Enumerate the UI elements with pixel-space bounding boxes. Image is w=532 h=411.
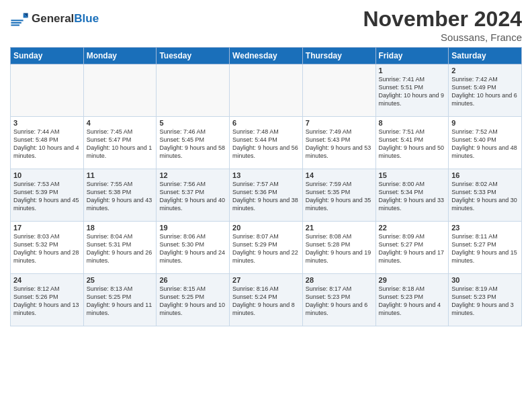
cell-0-0 bbox=[11, 64, 84, 117]
day-number: 5 bbox=[159, 119, 226, 127]
day-number: 9 bbox=[451, 119, 519, 127]
location: Soussans, France bbox=[363, 32, 522, 43]
week-row-1: 3Sunrise: 7:44 AM Sunset: 5:48 PM Daylig… bbox=[11, 117, 522, 169]
calendar-header-row: Sunday Monday Tuesday Wednesday Thursday… bbox=[11, 48, 522, 64]
cell-2-6: 16Sunrise: 8:02 AM Sunset: 5:33 PM Dayli… bbox=[449, 169, 522, 222]
day-number: 11 bbox=[87, 171, 154, 179]
cell-3-1: 18Sunrise: 8:04 AM Sunset: 5:31 PM Dayli… bbox=[83, 222, 157, 274]
logo-blue: Blue bbox=[74, 12, 99, 25]
day-info: Sunrise: 7:45 AM Sunset: 5:47 PM Dayligh… bbox=[87, 128, 154, 161]
day-number: 3 bbox=[13, 119, 81, 127]
day-number: 26 bbox=[159, 276, 226, 284]
day-number: 19 bbox=[159, 224, 226, 232]
header: GeneralBlue November 2024 Soussans, Fran… bbox=[10, 7, 522, 43]
week-row-0: 1Sunrise: 7:41 AM Sunset: 5:51 PM Daylig… bbox=[11, 64, 522, 117]
col-monday: Monday bbox=[83, 48, 157, 64]
day-number: 20 bbox=[232, 224, 300, 232]
day-number: 15 bbox=[379, 171, 446, 179]
cell-2-0: 10Sunrise: 7:53 AM Sunset: 5:39 PM Dayli… bbox=[11, 169, 84, 222]
day-info: Sunrise: 7:59 AM Sunset: 5:35 PM Dayligh… bbox=[306, 180, 373, 213]
day-info: Sunrise: 8:12 AM Sunset: 5:26 PM Dayligh… bbox=[13, 285, 81, 318]
svg-rect-5 bbox=[11, 24, 19, 26]
day-info: Sunrise: 7:46 AM Sunset: 5:45 PM Dayligh… bbox=[159, 128, 226, 161]
cell-2-5: 15Sunrise: 8:00 AM Sunset: 5:34 PM Dayli… bbox=[375, 169, 449, 222]
day-info: Sunrise: 8:03 AM Sunset: 5:32 PM Dayligh… bbox=[13, 232, 81, 265]
cell-1-6: 9Sunrise: 7:52 AM Sunset: 5:40 PM Daylig… bbox=[449, 117, 522, 169]
day-number: 8 bbox=[379, 119, 446, 127]
day-info: Sunrise: 7:42 AM Sunset: 5:49 PM Dayligh… bbox=[451, 75, 519, 108]
day-info: Sunrise: 8:17 AM Sunset: 5:23 PM Dayligh… bbox=[306, 285, 373, 318]
day-info: Sunrise: 7:56 AM Sunset: 5:37 PM Dayligh… bbox=[159, 180, 226, 213]
day-number: 7 bbox=[306, 119, 373, 127]
month-title: November 2024 bbox=[363, 7, 522, 32]
cell-4-5: 29Sunrise: 8:18 AM Sunset: 5:23 PM Dayli… bbox=[375, 274, 449, 326]
cell-4-3: 27Sunrise: 8:16 AM Sunset: 5:24 PM Dayli… bbox=[230, 274, 303, 326]
cell-0-5: 1Sunrise: 7:41 AM Sunset: 5:51 PM Daylig… bbox=[375, 64, 449, 117]
cell-3-3: 20Sunrise: 8:07 AM Sunset: 5:29 PM Dayli… bbox=[230, 222, 303, 274]
day-info: Sunrise: 8:02 AM Sunset: 5:33 PM Dayligh… bbox=[451, 180, 519, 213]
cell-0-2 bbox=[157, 64, 230, 117]
day-info: Sunrise: 7:57 AM Sunset: 5:36 PM Dayligh… bbox=[232, 180, 300, 213]
day-info: Sunrise: 7:52 AM Sunset: 5:40 PM Dayligh… bbox=[451, 128, 519, 161]
day-number: 23 bbox=[451, 224, 519, 232]
day-number: 16 bbox=[451, 171, 519, 179]
day-info: Sunrise: 8:00 AM Sunset: 5:34 PM Dayligh… bbox=[379, 180, 446, 213]
day-number: 21 bbox=[306, 224, 373, 232]
col-friday: Friday bbox=[375, 48, 449, 64]
col-saturday: Saturday bbox=[449, 48, 522, 64]
svg-rect-3 bbox=[11, 19, 23, 21]
cell-3-4: 21Sunrise: 8:08 AM Sunset: 5:28 PM Dayli… bbox=[302, 222, 375, 274]
day-number: 1 bbox=[379, 66, 446, 75]
day-info: Sunrise: 7:53 AM Sunset: 5:39 PM Dayligh… bbox=[13, 180, 81, 213]
logo-icon bbox=[10, 9, 29, 28]
day-number: 30 bbox=[451, 276, 519, 284]
cell-4-0: 24Sunrise: 8:12 AM Sunset: 5:26 PM Dayli… bbox=[11, 274, 84, 326]
svg-rect-4 bbox=[11, 22, 21, 24]
cell-1-0: 3Sunrise: 7:44 AM Sunset: 5:48 PM Daylig… bbox=[11, 117, 84, 169]
day-info: Sunrise: 8:09 AM Sunset: 5:27 PM Dayligh… bbox=[379, 232, 446, 265]
day-info: Sunrise: 8:19 AM Sunset: 5:23 PM Dayligh… bbox=[451, 285, 519, 318]
day-info: Sunrise: 8:04 AM Sunset: 5:31 PM Dayligh… bbox=[87, 232, 154, 265]
day-number: 24 bbox=[13, 276, 81, 284]
day-info: Sunrise: 7:55 AM Sunset: 5:38 PM Dayligh… bbox=[87, 180, 154, 213]
day-info: Sunrise: 8:13 AM Sunset: 5:25 PM Dayligh… bbox=[87, 285, 154, 318]
week-row-3: 17Sunrise: 8:03 AM Sunset: 5:32 PM Dayli… bbox=[11, 222, 522, 274]
day-number: 17 bbox=[13, 224, 81, 232]
day-info: Sunrise: 7:48 AM Sunset: 5:44 PM Dayligh… bbox=[232, 128, 300, 161]
day-number: 10 bbox=[13, 171, 81, 179]
day-info: Sunrise: 7:49 AM Sunset: 5:43 PM Dayligh… bbox=[306, 128, 373, 161]
cell-3-0: 17Sunrise: 8:03 AM Sunset: 5:32 PM Dayli… bbox=[11, 222, 84, 274]
page-container: GeneralBlue November 2024 Soussans, Fran… bbox=[0, 0, 532, 333]
calendar-table: Sunday Monday Tuesday Wednesday Thursday… bbox=[10, 47, 522, 326]
day-info: Sunrise: 8:07 AM Sunset: 5:29 PM Dayligh… bbox=[232, 232, 300, 265]
day-number: 14 bbox=[306, 171, 373, 179]
col-thursday: Thursday bbox=[302, 48, 375, 64]
cell-4-6: 30Sunrise: 8:19 AM Sunset: 5:23 PM Dayli… bbox=[449, 274, 522, 326]
cell-4-4: 28Sunrise: 8:17 AM Sunset: 5:23 PM Dayli… bbox=[302, 274, 375, 326]
col-tuesday: Tuesday bbox=[157, 48, 230, 64]
cell-1-3: 6Sunrise: 7:48 AM Sunset: 5:44 PM Daylig… bbox=[230, 117, 303, 169]
week-row-4: 24Sunrise: 8:12 AM Sunset: 5:26 PM Dayli… bbox=[11, 274, 522, 326]
week-row-2: 10Sunrise: 7:53 AM Sunset: 5:39 PM Dayli… bbox=[11, 169, 522, 222]
day-number: 13 bbox=[232, 171, 300, 179]
cell-1-2: 5Sunrise: 7:46 AM Sunset: 5:45 PM Daylig… bbox=[157, 117, 230, 169]
cell-4-1: 25Sunrise: 8:13 AM Sunset: 5:25 PM Dayli… bbox=[83, 274, 157, 326]
day-number: 28 bbox=[306, 276, 373, 284]
cell-2-4: 14Sunrise: 7:59 AM Sunset: 5:35 PM Dayli… bbox=[302, 169, 375, 222]
day-number: 25 bbox=[87, 276, 154, 284]
cell-0-4 bbox=[302, 64, 375, 117]
cell-3-6: 23Sunrise: 8:11 AM Sunset: 5:27 PM Dayli… bbox=[449, 222, 522, 274]
day-number: 12 bbox=[159, 171, 226, 179]
day-info: Sunrise: 8:08 AM Sunset: 5:28 PM Dayligh… bbox=[306, 232, 373, 265]
cell-2-2: 12Sunrise: 7:56 AM Sunset: 5:37 PM Dayli… bbox=[157, 169, 230, 222]
day-info: Sunrise: 8:18 AM Sunset: 5:23 PM Dayligh… bbox=[379, 285, 446, 318]
logo: GeneralBlue bbox=[10, 9, 99, 28]
cell-1-1: 4Sunrise: 7:45 AM Sunset: 5:47 PM Daylig… bbox=[83, 117, 157, 169]
logo-text: GeneralBlue bbox=[32, 13, 99, 26]
col-wednesday: Wednesday bbox=[230, 48, 303, 64]
cell-0-6: 2Sunrise: 7:42 AM Sunset: 5:49 PM Daylig… bbox=[449, 64, 522, 117]
cell-3-2: 19Sunrise: 8:06 AM Sunset: 5:30 PM Dayli… bbox=[157, 222, 230, 274]
day-number: 27 bbox=[232, 276, 300, 284]
day-info: Sunrise: 7:44 AM Sunset: 5:48 PM Dayligh… bbox=[13, 128, 81, 161]
col-sunday: Sunday bbox=[11, 48, 84, 64]
